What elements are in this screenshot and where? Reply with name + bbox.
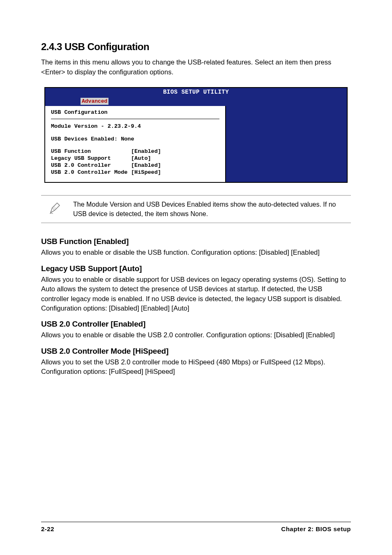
bios-devices-enabled: USB Devices Enabled: None [51, 136, 219, 143]
chapter-title: Chapter 2: BIOS setup [281, 525, 351, 532]
bios-tab-advanced: Advanced [81, 98, 108, 105]
bios-section-title: USB Configuration [51, 109, 219, 119]
bios-row-label: USB Function [51, 148, 131, 155]
bios-row-value: [Enabled] [131, 162, 219, 169]
bios-row: USB 2.0 Controller [Enabled] [51, 162, 219, 169]
subheading-usb20-controller: USB 2.0 Controller [Enabled] [41, 320, 351, 329]
bios-screenshot-box: BIOS SETUP UTILITY Advanced USB Configur… [44, 87, 348, 183]
bios-row-label: USB 2.0 Controller Mode [51, 169, 131, 176]
pencil-note-icon [48, 200, 63, 217]
bios-row: USB Function [Enabled] [51, 148, 219, 155]
bios-module-version: Module Version - 2.23.2-9.4 [51, 123, 219, 130]
bios-row-label: USB 2.0 Controller [51, 162, 131, 169]
subheading-usb-function: USB Function [Enabled] [41, 237, 351, 246]
note-block: The Module Version and USB Devices Enabl… [41, 195, 351, 223]
bios-row: Legacy USB Support [Auto] [51, 155, 219, 162]
body-usb-function: Allows you to enable or disable the USB … [41, 248, 351, 257]
bios-row-value: [Auto] [131, 155, 219, 162]
intro-paragraph: The items in this menu allows you to cha… [41, 58, 351, 77]
body-usb20-controller: Allows you to enable or disable the USB … [41, 330, 351, 340]
section-heading: 2.4.3 USB Configuration [41, 41, 351, 53]
note-text: The Module Version and USB Devices Enabl… [70, 200, 351, 219]
bios-row-value: [HiSpeed] [131, 169, 219, 176]
bios-row-label: Legacy USB Support [51, 155, 131, 162]
bios-title: BIOS SETUP UTILITY [45, 88, 347, 96]
bios-tab-row: Advanced [45, 96, 347, 106]
bios-row-value: [Enabled] [131, 148, 219, 155]
page-footer: 2-22 Chapter 2: BIOS setup [41, 522, 351, 532]
bios-left-panel: USB Configuration Module Version - 2.23.… [45, 106, 226, 182]
body-usb20-mode: Allows you to set the USB 2.0 controller… [41, 357, 351, 377]
subheading-usb20-mode: USB 2.0 Controller Mode [HiSpeed] [41, 347, 351, 356]
page-number: 2-22 [41, 525, 54, 532]
bios-right-panel [226, 106, 347, 182]
note-icon-container [41, 200, 70, 217]
subheading-legacy-usb: Legacy USB Support [Auto] [41, 264, 351, 273]
bios-row: USB 2.0 Controller Mode [HiSpeed] [51, 169, 219, 176]
body-legacy-usb: Allows you to enable or disable support … [41, 275, 351, 313]
bios-body: USB Configuration Module Version - 2.23.… [45, 106, 347, 182]
